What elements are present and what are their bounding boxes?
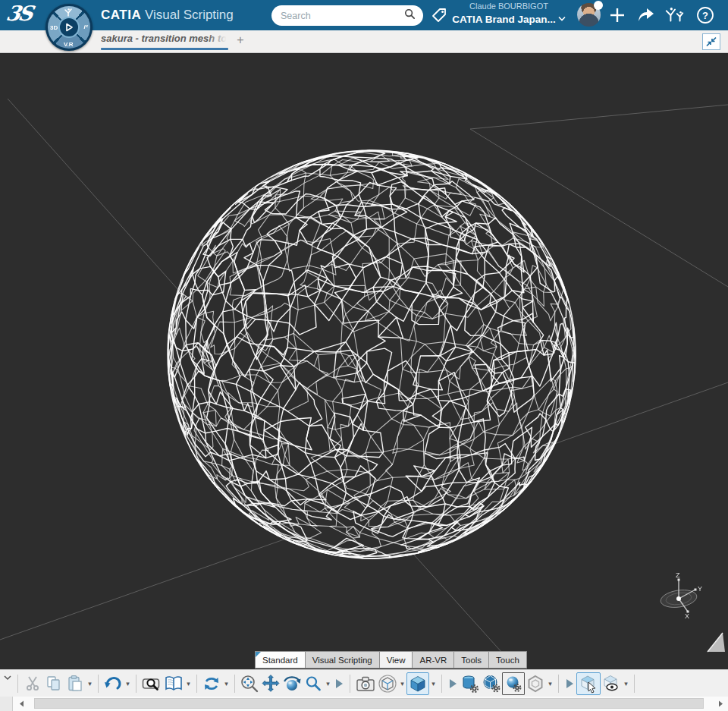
- tab-view[interactable]: View: [380, 651, 413, 669]
- add-content-button[interactable]: [607, 5, 628, 26]
- iso-view-dropdown-caret[interactable]: ▾: [398, 672, 406, 695]
- active-tab-underline: [101, 48, 228, 50]
- people-icon[interactable]: [664, 5, 686, 26]
- scroll-left-button[interactable]: [15, 698, 27, 709]
- zoom-dropdown-caret[interactable]: ▾: [324, 672, 332, 695]
- tab-touch[interactable]: Touch: [489, 651, 527, 669]
- workspace-name: CATIA Brand Japan...: [452, 14, 556, 25]
- user-menu[interactable]: Claude BOURBIGOT CATIA Brand Japan...: [444, 2, 574, 27]
- toolbar-separator: [17, 675, 18, 693]
- help-button[interactable]: ?: [695, 5, 716, 26]
- catalog-browser-button[interactable]: [163, 672, 184, 695]
- document-tab-bar: sakura - transition mesh to +: [0, 30, 728, 53]
- toolbar-separator: [98, 675, 99, 693]
- render-setup-button[interactable]: [502, 672, 525, 695]
- collapse-window-button[interactable]: [702, 33, 720, 50]
- tab-ar-vr[interactable]: AR-VR: [413, 651, 454, 669]
- product-name: CATIA: [101, 8, 141, 22]
- compass-3d-label[interactable]: 3D: [50, 24, 58, 31]
- data-setup-button[interactable]: [460, 672, 481, 695]
- 3ds-logo[interactable]: 3S: [4, 2, 48, 29]
- user-name: Claude BOURBIGOT: [444, 2, 574, 12]
- capture-button[interactable]: [354, 672, 377, 695]
- toolbar-separator: [558, 675, 559, 693]
- update-dropdown-caret[interactable]: ▾: [222, 672, 231, 695]
- viewport-canvas[interactable]: [0, 53, 728, 669]
- toolbar-separator: [634, 675, 635, 693]
- scrollbar-thumb[interactable]: [34, 698, 704, 709]
- toolbar-separator: [196, 675, 197, 693]
- more-style-tools-button[interactable]: [563, 672, 576, 695]
- search-input[interactable]: [279, 10, 404, 22]
- rotate-button[interactable]: [281, 672, 303, 695]
- hide-show-button[interactable]: [601, 672, 622, 695]
- compass-intelligence-label[interactable]: iˣ: [84, 24, 88, 30]
- iso-view-button[interactable]: [377, 672, 398, 695]
- scrollbar-corner: [0, 697, 13, 711]
- 3d-viewport[interactable]: Standard Visual Scripting View AR-VR Too…: [0, 53, 728, 669]
- scroll-right-button[interactable]: [714, 698, 726, 709]
- search-box[interactable]: [271, 5, 423, 26]
- paste-dropdown-caret[interactable]: ▾: [86, 672, 94, 695]
- tab-visual-scripting[interactable]: Visual Scripting: [306, 651, 380, 669]
- top-bar: 3S CATIA Visual Scripting Claude BOURBIG…: [0, 0, 728, 30]
- horizontal-scrollbar[interactable]: [0, 697, 728, 711]
- undo-dropdown-caret[interactable]: ▾: [124, 672, 132, 695]
- document-tab[interactable]: sakura - transition mesh to: [101, 33, 230, 51]
- tab-standard[interactable]: Standard: [255, 651, 306, 669]
- power-search-button[interactable]: [140, 672, 163, 695]
- tab-tools[interactable]: Tools: [454, 651, 489, 669]
- shaded-view-dropdown-caret[interactable]: ▾: [429, 672, 438, 695]
- compass-play-button[interactable]: [58, 17, 80, 38]
- status-dot: [594, 1, 603, 10]
- more-render-tools-button[interactable]: [446, 672, 460, 695]
- undo-button[interactable]: [102, 672, 124, 695]
- compass-vr-label[interactable]: V.R: [64, 41, 74, 48]
- pan-button[interactable]: [260, 672, 281, 695]
- copy-button[interactable]: [43, 672, 64, 695]
- more-view-tools-button[interactable]: [332, 672, 346, 695]
- module-name: Visual Scripting: [145, 8, 234, 22]
- 3dexperience-compass[interactable]: 3D iˣ V.R: [46, 4, 93, 51]
- toolbar-separator: [136, 675, 136, 693]
- catalog-dropdown-caret[interactable]: ▾: [184, 672, 193, 695]
- assembly-style-button[interactable]: [525, 672, 546, 695]
- search-icon[interactable]: [404, 8, 416, 23]
- action-toolbar: ▾ ▾ ▾ ▾ ▾ ▾ ▾: [0, 669, 728, 697]
- title-fade: [207, 33, 230, 46]
- fit-all-in-button[interactable]: [239, 672, 260, 695]
- zoom-button[interactable]: [303, 672, 324, 695]
- share-button[interactable]: [635, 5, 657, 26]
- app-title: CATIA Visual Scripting: [101, 8, 234, 23]
- select-visualize-button[interactable]: [576, 672, 601, 695]
- chevron-down-icon: [558, 12, 566, 25]
- toolbar-separator: [441, 675, 442, 693]
- paste-button[interactable]: [64, 672, 86, 695]
- toolbar-separator: [234, 675, 235, 693]
- svg-text:?: ?: [702, 10, 708, 21]
- cut-button[interactable]: [22, 672, 43, 695]
- hide-show-dropdown-caret[interactable]: ▾: [622, 672, 630, 695]
- active-tab-fold: [256, 652, 261, 657]
- toolbar-overflow-chevron[interactable]: [2, 672, 14, 695]
- mesh-setup-button[interactable]: [481, 672, 502, 695]
- update-button[interactable]: [201, 672, 222, 695]
- new-tab-button[interactable]: +: [234, 33, 247, 47]
- avatar[interactable]: [577, 3, 601, 27]
- toolbar-separator: [350, 675, 350, 693]
- assembly-style-dropdown-caret[interactable]: ▾: [546, 672, 554, 695]
- shaded-view-button[interactable]: [406, 672, 429, 695]
- ribbon-tab-strip: Standard Visual Scripting View AR-VR Too…: [255, 651, 527, 669]
